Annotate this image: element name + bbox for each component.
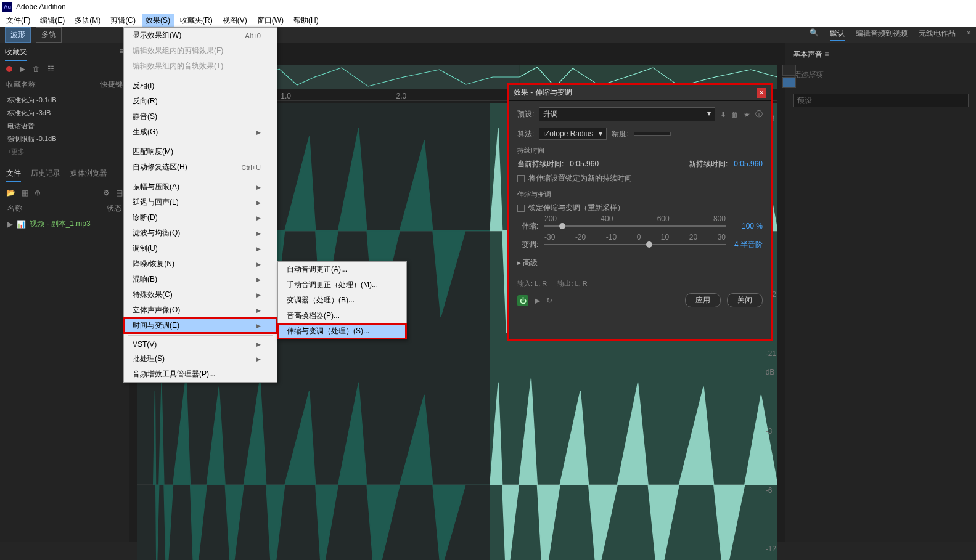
new-file-icon[interactable]: ▦ [22,189,28,197]
file-filter-icon[interactable]: ▤ [116,189,123,197]
waveform-view-button[interactable]: 波形 [5,27,31,43]
new-duration-value[interactable]: 0:05.960 [734,160,763,168]
multitrack-view-button[interactable]: 多轨 [36,27,62,43]
menu-stereo-imagery[interactable]: 立体声声像(O)▶ [124,302,277,318]
menu-clip[interactable]: 剪辑(C) [107,14,139,27]
menu-delay-echo[interactable]: 延迟与回声(L)▶ [124,195,277,210]
preset-dropdown[interactable]: 升调 ▾ [539,107,715,121]
menu-filter-eq[interactable]: 滤波与均衡(Q)▶ [124,225,277,241]
menu-special[interactable]: 特殊效果(C)▶ [124,287,277,302]
menu-vst[interactable]: VST(V)▶ [124,338,277,351]
algorithm-label: 算法: [517,129,534,139]
pitch-slider[interactable]: -30-20-100102030 [544,239,726,250]
workspace-edit-audio-to-video[interactable]: 编辑音频到视频 [856,28,908,41]
open-file-icon[interactable]: 📂 [6,189,15,197]
menu-auto-heal[interactable]: 自动修复选区(H)Ctrl+U [124,160,277,175]
favorite-item[interactable]: 强制限幅 -0.1dB [0,132,129,145]
file-settings-icon[interactable]: ⚙ [103,189,110,197]
file-item[interactable]: ▶ 📊 视频 - 副本_1.mp3 [0,216,129,232]
submenu-pitch-shifter[interactable]: 音高换档器(P)... [278,308,406,323]
advanced-toggle[interactable]: ▸ 高级 [517,258,763,268]
stretch-slider[interactable]: 200400600800 [544,221,726,232]
delete-preset-icon[interactable]: 🗑 [731,110,739,119]
info-icon[interactable]: ⓘ [755,109,763,120]
panel-menu-icon[interactable]: ≡ [824,50,829,59]
submenu-stretch-and-pitch[interactable]: 伸缩与变调（处理）(S)... [278,323,406,339]
precision-label: 精度: [612,129,628,139]
menu-plugin-manager[interactable]: 音频增效工具管理器(P)... [124,367,277,382]
favorite-icon[interactable]: ★ [744,110,750,119]
menu-favorites[interactable]: 收藏夹(R) [176,14,216,27]
menu-reverse[interactable]: 反向(R) [124,94,277,109]
precision-dropdown[interactable] [634,132,671,136]
favorites-tab[interactable]: 收藏夹 [5,47,27,61]
record-favorite-icon[interactable] [6,66,12,72]
menu-amplitude-compression[interactable]: 振幅与压限(A)▶ [124,179,277,195]
menu-generate[interactable]: 生成(G)▶ [124,124,277,140]
current-duration-label: 当前持续时间: [517,160,564,168]
history-tab[interactable]: 历史记录 [31,168,60,182]
preview-play-icon[interactable]: ▶ [535,296,540,305]
play-favorite-icon[interactable]: ▶ [20,65,25,73]
overview-mode-button[interactable] [782,77,796,88]
workspace-more-icon[interactable]: » [967,28,971,41]
menu-time-and-pitch[interactable]: 时间与变调(E)▶ [124,318,277,333]
menu-effects[interactable]: 效果(S) [142,14,174,27]
menu-invert[interactable]: 反相(I) [124,78,277,94]
workspace-radio[interactable]: 无线电作品 [919,28,956,41]
menu-batch[interactable]: 批处理(S)▶ [124,351,277,367]
apply-button[interactable]: 应用 [685,293,721,307]
files-tab[interactable]: 文件 [6,168,21,182]
pitch-value[interactable]: 4 [734,240,739,249]
menu-bar: 文件(F) 编辑(E) 多轨(M) 剪辑(C) 效果(S) 收藏夹(R) 视图(… [0,14,976,27]
stretch-slider-label: 伸缩: [517,221,538,232]
lock-stretch-to-duration-checkbox[interactable]: 将伸缩设置锁定为新的持续时间 [517,173,763,184]
dialog-title-text: 效果 - 伸缩与变调 [514,87,572,98]
lock-stretch-and-pitch-checkbox[interactable]: 锁定伸缩与变调（重新采样） [517,203,763,213]
preset-search-input[interactable] [793,94,969,107]
menu-edit-clip-effects[interactable]: 编辑效果组内的剪辑效果(F) [124,43,277,59]
time-pitch-submenu: 自动音调更正(A)... 手动音调更正（处理）(M)... 变调器（处理）(B)… [277,261,407,339]
menu-multitrack[interactable]: 多轨(M) [71,14,104,27]
menu-edit[interactable]: 编辑(E) [36,14,68,27]
menu-diagnostics[interactable]: 诊断(D)▶ [124,210,277,225]
favorite-props-icon[interactable]: ☷ [47,65,54,73]
favorite-item[interactable]: 标准化为 -0.1dB [0,94,129,107]
preset-label: 预设: [517,109,534,120]
overview-zoom-button[interactable] [782,65,796,76]
loop-preview-icon[interactable]: ↻ [546,296,552,305]
fav-col-name: 收藏名称 [6,79,36,90]
menu-edit-track-effects[interactable]: 编辑效果组内的音轨效果(T) [124,59,277,74]
close-icon[interactable]: ✕ [757,88,766,98]
close-button[interactable]: 关闭 [727,293,763,307]
menu-file[interactable]: 文件(F) [2,14,34,27]
import-icon[interactable]: ⊕ [35,189,41,197]
delete-favorite-icon[interactable]: 🗑 [33,65,40,73]
media-browser-tab[interactable]: 媒体浏览器 [70,168,107,182]
menu-reverb[interactable]: 混响(B)▶ [124,272,277,287]
essential-sound-tab[interactable]: 基本声音 [793,50,822,59]
power-toggle-icon[interactable]: ⏻ [517,295,528,306]
search-icon[interactable]: 🔍 [810,28,819,41]
file-item-name: 视频 - 副本_1.mp3 [30,219,91,229]
menu-noise-restoration[interactable]: 降噪/恢复(N)▶ [124,256,277,272]
menu-window[interactable]: 窗口(W) [253,14,287,27]
favorite-item[interactable]: 标准化为 -3dB [0,107,129,120]
favorite-item[interactable]: 电话语音 [0,120,129,132]
menu-modulation[interactable]: 调制(U)▶ [124,241,277,256]
save-preset-icon[interactable]: ⬇ [720,110,726,119]
menu-view[interactable]: 视图(V) [219,14,251,27]
app-logo: Au [2,2,12,12]
favorite-more[interactable]: +更多 [0,145,129,158]
menu-help[interactable]: 帮助(H) [290,14,322,27]
submenu-manual-pitch-correction[interactable]: 手动音调更正（处理）(M)... [278,277,406,293]
algorithm-dropdown[interactable]: iZotope Radius ▾ [539,128,607,140]
submenu-auto-pitch-correction[interactable]: 自动音调更正(A)... [278,262,406,277]
menu-match-loudness[interactable]: 匹配响度(M) [124,144,277,160]
workspace-default[interactable]: 默认 [830,28,845,41]
submenu-pitch-bender[interactable]: 变调器（处理）(B)... [278,293,406,308]
stretch-value[interactable]: 100 [742,222,754,230]
menu-show-effects-rack[interactable]: 显示效果组(W)Alt+0 [124,28,277,43]
duration-section-header: 持续时间 [517,146,763,155]
menu-silence[interactable]: 静音(S) [124,109,277,124]
